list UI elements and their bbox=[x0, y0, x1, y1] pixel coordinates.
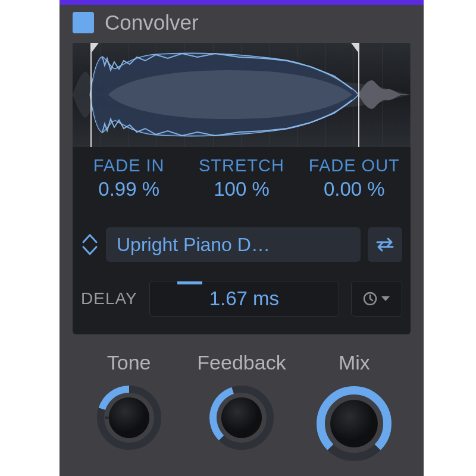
fade-parameters: FADE IN 0.99 % STRETCH 100 % FADE OUT 0.… bbox=[73, 156, 411, 201]
delay-value: 1.67 ms bbox=[209, 287, 279, 310]
convolver-panel: Convolver bbox=[60, 0, 424, 476]
stretch-label: STRETCH bbox=[185, 156, 298, 176]
feedback-label: Feedback bbox=[197, 351, 286, 374]
mix-label: Mix bbox=[339, 351, 370, 374]
mix-knob[interactable] bbox=[315, 385, 393, 465]
tone-knob-group: Tone bbox=[73, 351, 185, 465]
delay-row: DELAY 1.67 ms bbox=[81, 281, 402, 317]
svg-point-4 bbox=[109, 397, 149, 438]
panel-header: Convolver bbox=[73, 11, 199, 35]
dropdown-triangle-icon bbox=[380, 295, 391, 302]
mix-knob-group: Mix bbox=[298, 351, 411, 465]
fade-out-label: FADE OUT bbox=[298, 156, 411, 176]
svg-point-9 bbox=[330, 400, 378, 447]
stretch-value: 100 % bbox=[185, 178, 298, 201]
fade-out-handle-icon bbox=[351, 43, 358, 52]
preset-row: Upright Piano D… bbox=[81, 227, 402, 262]
enable-toggle[interactable] bbox=[73, 12, 94, 33]
fade-out-value: 0.00 % bbox=[298, 178, 411, 201]
fade-in-label: FADE IN bbox=[73, 156, 185, 176]
delay-input[interactable]: 1.67 ms bbox=[149, 281, 339, 317]
waveform-display[interactable] bbox=[73, 43, 411, 147]
feedback-knob[interactable] bbox=[209, 385, 274, 453]
tone-knob[interactable] bbox=[96, 385, 162, 453]
delay-position-indicator bbox=[177, 281, 202, 284]
fade-out-marker[interactable] bbox=[358, 43, 359, 147]
svg-point-7 bbox=[221, 397, 262, 438]
stretch-control[interactable]: STRETCH 100 % bbox=[185, 156, 298, 201]
preset-name-text: Upright Piano D… bbox=[117, 234, 270, 256]
chevron-up-icon bbox=[81, 233, 99, 245]
preset-swap-button[interactable] bbox=[368, 227, 402, 262]
preset-selector[interactable]: Upright Piano D… bbox=[106, 227, 361, 262]
fade-in-control[interactable]: FADE IN 0.99 % bbox=[73, 156, 185, 201]
accent-bar bbox=[60, 0, 424, 5]
fade-out-control[interactable]: FADE OUT 0.00 % bbox=[298, 156, 411, 201]
delay-label: DELAY bbox=[81, 289, 137, 308]
fade-in-marker[interactable] bbox=[90, 43, 92, 147]
feedback-knob-group: Feedback bbox=[185, 351, 298, 465]
waveform-svg bbox=[73, 43, 411, 147]
delay-sync-button[interactable] bbox=[351, 281, 402, 317]
preset-stepper[interactable] bbox=[81, 233, 99, 256]
chevron-down-icon bbox=[81, 245, 99, 256]
fade-in-value: 0.99 % bbox=[73, 178, 185, 201]
clock-icon bbox=[362, 291, 378, 306]
swap-arrows-icon bbox=[374, 236, 396, 253]
impulse-section: FADE IN 0.99 % STRETCH 100 % FADE OUT 0.… bbox=[73, 43, 411, 334]
tone-label: Tone bbox=[107, 351, 151, 374]
panel-title: Convolver bbox=[105, 11, 199, 35]
fade-in-handle-icon bbox=[92, 43, 99, 52]
knob-row: Tone bbox=[73, 351, 411, 465]
